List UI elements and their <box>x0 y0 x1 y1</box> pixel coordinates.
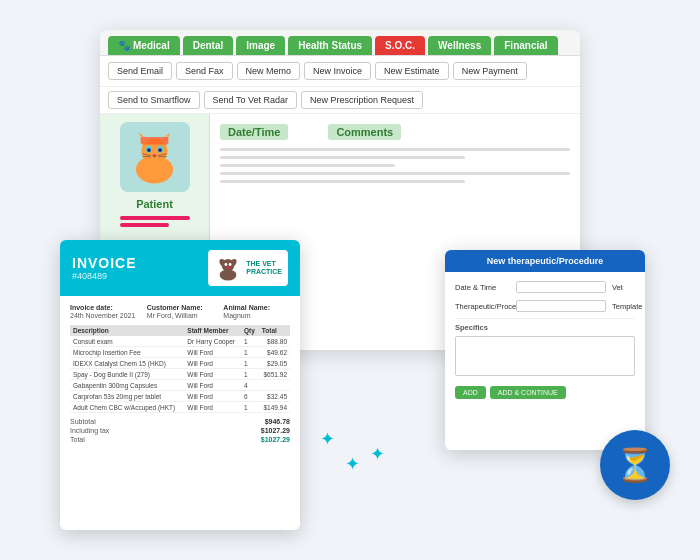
vet-logo: THE VET PRACTICE <box>208 250 288 286</box>
grand-total-row: Total $1027.29 <box>70 435 290 444</box>
hourglass-badge: ⏳ <box>600 430 670 500</box>
new-invoice-button[interactable]: New Invoice <box>304 62 371 80</box>
patient-line-1 <box>120 216 190 220</box>
specifics-textarea[interactable] <box>455 336 635 376</box>
send-fax-button[interactable]: Send Fax <box>176 62 233 80</box>
cell-description: Gabapentin 300mg Capsules <box>70 380 184 391</box>
svg-point-22 <box>229 263 232 266</box>
patient-line-2 <box>120 223 169 227</box>
send-email-button[interactable]: Send Email <box>108 62 172 80</box>
cell-description: Consult exam <box>70 336 184 347</box>
cell-description: Microchip Insertion Fee <box>70 347 184 358</box>
cell-total <box>259 380 290 391</box>
procedure-input[interactable] <box>516 300 606 312</box>
invoice-totals: Subtotal $946.78 Including tax $1027.29 … <box>70 417 290 444</box>
comments-header: Comments <box>328 124 401 140</box>
table-row: Carprofan 53s 20mg per tablet Will Ford … <box>70 391 290 402</box>
cell-total: $651.92 <box>259 369 290 380</box>
sparkle-2: ✦ <box>345 453 360 475</box>
new-prescription-button[interactable]: New Prescription Request <box>301 91 423 109</box>
procedure-row: Therapeutic/Procedure Template <box>455 300 635 312</box>
cell-staff: Will Ford <box>184 391 241 402</box>
cell-staff: Will Ford <box>184 380 241 391</box>
invoice-table: Description Staff Member Qty Total Consu… <box>70 325 290 413</box>
vet-logo-text: THE VET PRACTICE <box>246 260 282 277</box>
table-row: Microchip Insertion Fee Will Ford 1 $49.… <box>70 347 290 358</box>
notes-line-3 <box>220 164 395 167</box>
emr-action-buttons-row2: Send to Smartflow Send To Vet Radar New … <box>100 87 580 114</box>
svg-point-18 <box>220 269 237 280</box>
patient-label: Patient <box>136 198 173 210</box>
paw-icon: 🐾 <box>118 40 130 51</box>
table-row: Gabapentin 300mg Capsules Will Ford 4 <box>70 380 290 391</box>
notes-line-5 <box>220 180 465 183</box>
add-continue-button[interactable]: ADD & CONTINUE <box>490 386 566 399</box>
cell-description: IDEXX Catalyst Chem 15 (HKD) <box>70 358 184 369</box>
invoice-header: INVOICE #408489 THE VET PRACTICE <box>60 240 300 296</box>
cell-staff: Will Ford <box>184 358 241 369</box>
cell-description: Adult Chem CBC w/Accuped (HKT) <box>70 402 184 413</box>
cell-description: Spay - Dog Bundle II (279) <box>70 369 184 380</box>
cat-illustration-svg <box>122 125 187 190</box>
table-row: Spay - Dog Bundle II (279) Will Ford 1 $… <box>70 369 290 380</box>
invoice-title: INVOICE <box>72 255 137 271</box>
vet-logo-icon-svg <box>214 254 242 282</box>
cell-qty: 1 <box>241 336 259 347</box>
tab-health-status[interactable]: Health Status <box>288 36 372 55</box>
table-row: Adult Chem CBC w/Accuped (HKT) Will Ford… <box>70 402 290 413</box>
svg-point-8 <box>147 148 151 152</box>
cell-staff: Will Ford <box>184 347 241 358</box>
cell-qty: 1 <box>241 402 259 413</box>
col-total: Total <box>259 325 290 336</box>
tab-wellness[interactable]: Wellness <box>428 36 491 55</box>
send-vet-radar-button[interactable]: Send To Vet Radar <box>204 91 297 109</box>
table-row: IDEXX Catalyst Chem 15 (HKD) Will Ford 1… <box>70 358 290 369</box>
therapeutic-header: New therapeutic/Procedure <box>445 250 645 272</box>
cell-total: $149.94 <box>259 402 290 413</box>
send-smartflow-button[interactable]: Send to Smartflow <box>108 91 200 109</box>
tab-financial[interactable]: Financial <box>494 36 557 55</box>
col-staff: Staff Member <box>184 325 241 336</box>
cell-qty: 4 <box>241 380 259 391</box>
new-estimate-button[interactable]: New Estimate <box>375 62 449 80</box>
notes-header: Date/Time Comments <box>220 124 570 140</box>
patient-avatar <box>120 122 190 192</box>
cell-total: $49.62 <box>259 347 290 358</box>
cell-staff: Will Ford <box>184 369 241 380</box>
main-scene: 🐾 Medical Dental Image Health Status S.O… <box>0 0 700 560</box>
tab-dental[interactable]: Dental <box>183 36 234 55</box>
svg-point-9 <box>158 148 162 152</box>
datetime-input[interactable] <box>516 281 606 293</box>
new-memo-button[interactable]: New Memo <box>237 62 301 80</box>
emr-action-buttons-row1: Send Email Send Fax New Memo New Invoice… <box>100 56 580 87</box>
tax-row: Including tax $1027.29 <box>70 426 290 435</box>
cell-total: $32.45 <box>259 391 290 402</box>
datetime-label: Date & Time <box>455 283 510 292</box>
add-button[interactable]: ADD <box>455 386 486 399</box>
cell-qty: 1 <box>241 369 259 380</box>
therapeutic-window: New therapeutic/Procedure Date & Time Ve… <box>445 250 645 450</box>
patient-info-lines <box>120 216 190 230</box>
template-label: Template <box>612 302 645 311</box>
specifics-label: Specifics <box>455 318 635 332</box>
new-payment-button[interactable]: New Payment <box>453 62 527 80</box>
cell-total: $29.05 <box>259 358 290 369</box>
tab-soc[interactable]: S.O.C. <box>375 36 425 55</box>
invoice-number: #408489 <box>72 271 137 281</box>
tab-image[interactable]: Image <box>236 36 285 55</box>
invoice-window: INVOICE #408489 THE VET PRACTICE <box>60 240 300 530</box>
cell-total: $88.80 <box>259 336 290 347</box>
notes-line-2 <box>220 156 465 159</box>
tab-medical[interactable]: 🐾 Medical <box>108 36 180 55</box>
cell-qty: 1 <box>241 347 259 358</box>
svg-point-23 <box>227 266 230 269</box>
svg-rect-15 <box>141 137 169 144</box>
emr-tabs: 🐾 Medical Dental Image Health Status S.O… <box>100 30 580 56</box>
notes-line-1 <box>220 148 570 151</box>
sparkle-3: ✦ <box>370 443 385 465</box>
invoice-body: Invoice date: 24th November 2021 Custome… <box>60 296 300 452</box>
cell-staff: Dr Harry Cooper <box>184 336 241 347</box>
therapeutic-body: Date & Time Vet ON Billing trigger Thera… <box>445 272 645 407</box>
vet-label: Vet <box>612 283 645 292</box>
table-row: Consult exam Dr Harry Cooper 1 $88.80 <box>70 336 290 347</box>
